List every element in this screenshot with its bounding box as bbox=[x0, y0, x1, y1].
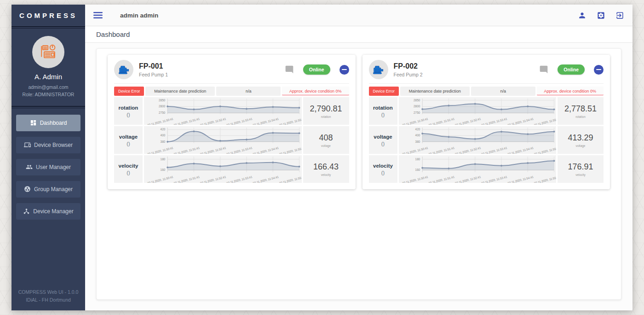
metric-chart: 28502800275020.11.2020, 11:50:4120.11.20… bbox=[144, 97, 302, 125]
main-area: admin admin Dashboard bbox=[85, 5, 632, 310]
svg-text:20.11.2020, 11:51:41: 20.11.2020, 11:51:41 bbox=[428, 175, 454, 183]
comment-icon[interactable] bbox=[285, 65, 294, 74]
sidebar-nav: Dashboard Device Browser User Manager Gr… bbox=[12, 108, 85, 220]
svg-text:160: 160 bbox=[415, 168, 420, 171]
group-work-icon bbox=[24, 186, 31, 192]
topbar: admin admin bbox=[85, 5, 632, 26]
topbar-user-label: admin admin bbox=[120, 12, 158, 19]
metric-row: velocity () 18016020.11.2020, 11:50:4120… bbox=[369, 155, 604, 183]
svg-text:180: 180 bbox=[415, 158, 420, 161]
svg-text:20.11.2020, 11:55:41: 20.11.2020, 11:55:41 bbox=[279, 146, 302, 154]
metric-row: rotation () 28502800275020.11.2020, 11:5… bbox=[114, 97, 349, 125]
svg-text:20.11.2020, 11:53:41: 20.11.2020, 11:53:41 bbox=[226, 146, 253, 154]
svg-text:20.11.2020, 11:53:41: 20.11.2020, 11:53:41 bbox=[481, 117, 507, 125]
sidebar-item-dashboard[interactable]: Dashboard bbox=[16, 115, 80, 131]
metric-name: rotation bbox=[119, 105, 138, 111]
page-title: Dashboard bbox=[96, 30, 130, 38]
metric-chart: 18016020.11.2020, 11:50:4120.11.2020, 11… bbox=[399, 155, 557, 183]
device-card-actions: Online bbox=[539, 64, 604, 75]
svg-text:20.11.2020, 11:54:41: 20.11.2020, 11:54:41 bbox=[507, 117, 534, 125]
metric-row: voltage () 42040038020.11.2020, 11:50:41… bbox=[369, 126, 604, 154]
metric-unit: () bbox=[381, 141, 385, 146]
svg-text:400: 400 bbox=[415, 134, 420, 137]
sidebar-item-label: User Manager bbox=[36, 164, 71, 170]
sidebar-item-user-manager[interactable]: User Manager bbox=[16, 159, 80, 175]
svg-text:2800: 2800 bbox=[414, 105, 420, 108]
svg-text:20.11.2020, 11:51:41: 20.11.2020, 11:51:41 bbox=[173, 146, 200, 154]
profile-role: Role: ADMINISTRATOR bbox=[15, 91, 81, 98]
device-card: FP-001 Feed Pump 1 Online Device Error M… bbox=[108, 55, 356, 189]
metrics: rotation () 28502800275020.11.2020, 11:5… bbox=[114, 97, 349, 183]
footer-org: IDiAL - FH Dortmund bbox=[12, 296, 85, 304]
sidebar: COMPRESS A. Admin admin@gmail.com Role: … bbox=[12, 5, 85, 310]
svg-text:380: 380 bbox=[415, 140, 420, 143]
svg-text:20.11.2020, 11:51:41: 20.11.2020, 11:51:41 bbox=[173, 117, 200, 125]
device-card: FP-002 Feed Pump 2 Online Device Error M… bbox=[362, 55, 610, 189]
sidebar-item-device-manager[interactable]: Device Manager bbox=[16, 203, 80, 220]
menu-icon[interactable] bbox=[93, 12, 103, 18]
sidebar-item-device-browser[interactable]: Device Browser bbox=[16, 137, 80, 153]
svg-text:20.11.2020, 11:52:41: 20.11.2020, 11:52:41 bbox=[200, 146, 226, 154]
person-icon[interactable] bbox=[578, 11, 586, 20]
svg-text:2850: 2850 bbox=[414, 99, 420, 102]
svg-text:20.11.2020, 11:52:41: 20.11.2020, 11:52:41 bbox=[454, 146, 481, 154]
svg-text:20.11.2020, 11:55:41: 20.11.2020, 11:55:41 bbox=[533, 146, 556, 154]
device-title: FP-001 bbox=[139, 62, 168, 70]
dashboard-icon bbox=[30, 119, 37, 126]
svg-text:420: 420 bbox=[415, 128, 420, 131]
metric-label-cell: rotation () bbox=[114, 97, 143, 125]
svg-text:2850: 2850 bbox=[159, 99, 166, 102]
profile-name: A. Admin bbox=[15, 73, 81, 81]
metric-value-cell: 413.29 voltage bbox=[558, 126, 604, 154]
svg-text:20.11.2020, 11:54:41: 20.11.2020, 11:54:41 bbox=[507, 146, 534, 154]
collapse-button[interactable] bbox=[339, 65, 349, 75]
device-card-actions: Online bbox=[285, 64, 349, 75]
svg-text:20.11.2020, 11:50:41: 20.11.2020, 11:50:41 bbox=[147, 117, 174, 125]
metric-value: 408 bbox=[319, 133, 333, 143]
metric-value-caption: velocity bbox=[321, 173, 331, 176]
svg-text:20.11.2020, 11:55:41: 20.11.2020, 11:55:41 bbox=[533, 175, 556, 183]
condition-badge: Approx. device condition 0% bbox=[282, 87, 349, 96]
device-error-badge: Device Error bbox=[114, 87, 144, 96]
metric-chart: 18016020.11.2020, 11:50:4120.11.2020, 11… bbox=[144, 155, 302, 183]
device-title: FP-002 bbox=[394, 62, 423, 70]
maintenance-value-badge: n/a bbox=[216, 87, 281, 96]
pump-avatar bbox=[114, 60, 133, 79]
svg-text:20.11.2020, 11:50:41: 20.11.2020, 11:50:41 bbox=[402, 146, 428, 154]
metric-unit: () bbox=[381, 170, 385, 175]
metric-unit: () bbox=[126, 170, 130, 175]
collapse-button[interactable] bbox=[594, 65, 604, 75]
sidebar-item-label: Dashboard bbox=[40, 120, 67, 126]
settings-icon[interactable] bbox=[597, 11, 605, 20]
metric-name: voltage bbox=[119, 134, 138, 140]
svg-text:380: 380 bbox=[161, 140, 166, 143]
comment-icon[interactable] bbox=[539, 65, 548, 74]
metric-name: voltage bbox=[374, 134, 392, 140]
svg-text:20.11.2020, 11:52:41: 20.11.2020, 11:52:41 bbox=[200, 117, 226, 125]
metric-label-cell: velocity () bbox=[114, 155, 143, 183]
metric-label-cell: velocity () bbox=[369, 155, 397, 183]
logout-icon[interactable] bbox=[615, 11, 624, 20]
footer-version: COMPRESS Web UI - 1.0.0 bbox=[12, 288, 85, 296]
metric-value-caption: voltage bbox=[576, 144, 586, 147]
svg-text:20.11.2020, 11:54:41: 20.11.2020, 11:54:41 bbox=[507, 175, 534, 183]
svg-text:20.11.2020, 11:54:41: 20.11.2020, 11:54:41 bbox=[253, 146, 279, 154]
svg-text:20.11.2020, 11:54:41: 20.11.2020, 11:54:41 bbox=[253, 117, 279, 125]
maintenance-label-badge: Maintenance date prediction bbox=[145, 87, 215, 96]
svg-text:2800: 2800 bbox=[159, 105, 166, 108]
device-card-header: FP-001 Feed Pump 1 Online bbox=[114, 60, 349, 84]
metric-row: velocity () 18016020.11.2020, 11:50:4120… bbox=[114, 155, 349, 183]
sidebar-item-label: Device Manager bbox=[33, 208, 73, 215]
sidebar-item-group-manager[interactable]: Group Manager bbox=[16, 181, 80, 198]
avatar bbox=[32, 36, 64, 68]
svg-text:20.11.2020, 11:53:41: 20.11.2020, 11:53:41 bbox=[481, 146, 507, 154]
page-header: Dashboard bbox=[85, 26, 632, 43]
device-hub-icon bbox=[23, 208, 30, 215]
svg-text:20.11.2020, 11:53:41: 20.11.2020, 11:53:41 bbox=[226, 117, 253, 125]
condition-progressbar bbox=[537, 94, 604, 96]
topbar-actions bbox=[578, 11, 624, 20]
dashboard-panel: FP-001 Feed Pump 1 Online Device Error M… bbox=[96, 48, 621, 300]
metric-value: 2,790.81 bbox=[310, 104, 342, 114]
metric-value: 166.43 bbox=[313, 162, 339, 172]
metric-value: 2,778.51 bbox=[564, 104, 597, 114]
